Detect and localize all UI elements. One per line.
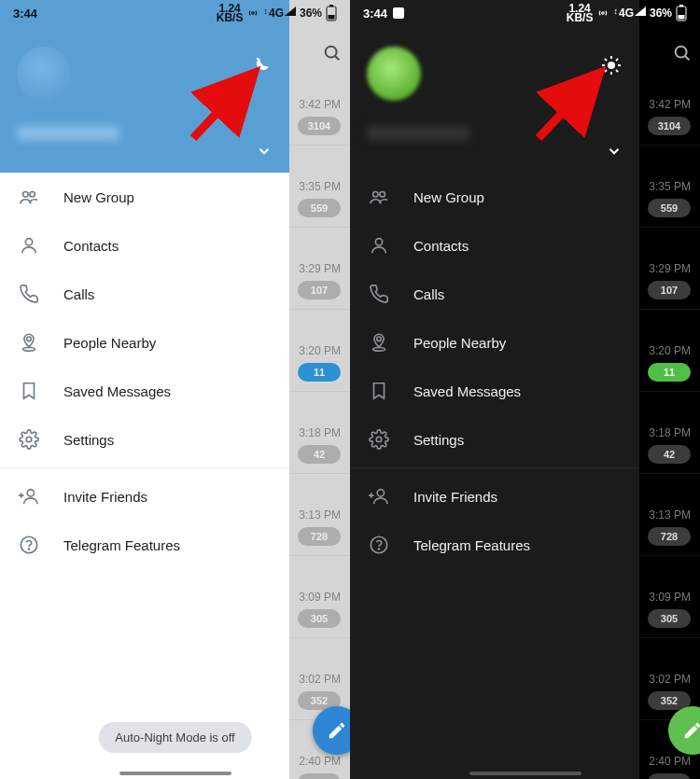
battery-pct: 36% (300, 7, 322, 20)
menu-item-new-group[interactable]: New Group (0, 173, 289, 221)
chat-time: 3:29 PM (299, 262, 341, 275)
svg-point-40 (371, 536, 386, 552)
chat-time: 3:20 PM (299, 344, 341, 357)
settings-icon (19, 429, 39, 450)
nav-handle[interactable] (119, 772, 231, 775)
chat-time: 3:42 PM (649, 98, 691, 111)
menu-item-people-nearby[interactable]: People Nearby (350, 318, 639, 367)
menu-label: Invite Friends (63, 489, 147, 505)
svg-point-37 (373, 348, 385, 352)
chat-badge: 559 (298, 199, 341, 217)
svg-point-15 (28, 549, 29, 549)
chat-badge: 728 (298, 527, 341, 546)
user-name-blurred (367, 126, 469, 141)
menu-list: New GroupContactsCallsPeople NearbySaved… (0, 173, 289, 779)
hotspot-icon (246, 7, 259, 20)
menu-item-invite-friends[interactable]: Invite Friends (0, 472, 289, 521)
svg-point-10 (27, 337, 32, 341)
chat-time: 3:18 PM (299, 426, 341, 439)
menu-label: Settings (63, 432, 114, 448)
new-group-icon (369, 187, 389, 207)
menu-item-contacts[interactable]: Contacts (0, 221, 289, 270)
contacts-icon (369, 235, 389, 256)
menu-label: Contacts (63, 238, 119, 254)
pencil-icon (327, 720, 347, 741)
screenshot-icon (393, 7, 404, 19)
people-nearby-icon (19, 332, 39, 353)
menu-item-new-group[interactable]: New Group (350, 173, 639, 221)
annotation-arrow (527, 65, 611, 149)
menu-item-settings[interactable]: Settings (350, 415, 639, 464)
chat-badge: 354 (648, 773, 691, 779)
menu-item-saved-messages[interactable]: Saved Messages (0, 367, 289, 415)
svg-point-11 (23, 348, 35, 352)
chat-badge: 107 (648, 281, 691, 299)
menu-item-people-nearby[interactable]: People Nearby (0, 318, 289, 367)
chat-time: 3:35 PM (649, 180, 691, 193)
avatar[interactable] (17, 47, 71, 101)
svg-point-0 (252, 12, 254, 14)
menu-item-calls[interactable]: Calls (350, 270, 639, 318)
svg-point-9 (25, 239, 32, 245)
battery-icon (326, 5, 337, 21)
menu-item-invite-friends[interactable]: Invite Friends (350, 472, 639, 521)
menu-label: Calls (413, 286, 444, 302)
menu-label: Contacts (413, 238, 469, 254)
menu-label: People Nearby (63, 335, 156, 351)
svg-point-12 (26, 437, 32, 442)
saved-messages-icon (369, 381, 389, 401)
chat-badge: 559 (648, 199, 691, 217)
chat-time: 3:09 PM (649, 591, 691, 604)
battery-icon (676, 5, 687, 21)
divider (350, 467, 639, 468)
svg-line-17 (193, 78, 249, 138)
chat-time: 3:29 PM (649, 262, 691, 275)
svg-rect-3 (329, 15, 335, 20)
chat-time: 2:40 PM (299, 755, 341, 768)
chat-badge: 728 (648, 527, 691, 546)
chat-time: 3:18 PM (649, 426, 691, 439)
svg-point-22 (676, 47, 687, 58)
chat-time: 3:20 PM (649, 344, 691, 357)
data-speed: 1.24KB/S (217, 4, 244, 22)
contacts-icon (19, 235, 39, 256)
svg-line-32 (616, 59, 618, 61)
menu-label: Settings (413, 432, 464, 448)
svg-point-8 (30, 192, 35, 198)
chat-badge: 3104 (298, 117, 341, 135)
menu-item-calls[interactable]: Calls (0, 270, 289, 318)
svg-rect-20 (679, 5, 683, 7)
svg-rect-2 (329, 5, 333, 7)
chat-time: 3:35 PM (299, 180, 341, 193)
avatar[interactable] (367, 47, 421, 101)
svg-point-36 (377, 337, 382, 341)
svg-line-5 (335, 56, 339, 60)
search-icon[interactable] (322, 43, 343, 63)
svg-point-38 (376, 437, 382, 442)
chat-time: 3:02 PM (299, 673, 341, 686)
menu-label: People Nearby (413, 335, 506, 351)
svg-point-7 (23, 192, 28, 198)
menu-item-telegram-features[interactable]: Telegram Features (350, 521, 639, 569)
svg-line-43 (539, 78, 595, 138)
menu-list: New GroupContactsCallsPeople NearbySaved… (350, 173, 639, 779)
svg-point-33 (373, 192, 379, 198)
menu-item-contacts[interactable]: Contacts (350, 221, 639, 270)
menu-item-settings[interactable]: Settings (0, 415, 289, 464)
calls-icon (369, 284, 389, 304)
menu-label: Saved Messages (413, 383, 521, 399)
invite-friends-icon (369, 486, 389, 507)
svg-line-30 (616, 70, 618, 72)
menu-item-saved-messages[interactable]: Saved Messages (350, 367, 639, 415)
chat-badge: 11 (648, 363, 691, 382)
menu-item-telegram-features[interactable]: Telegram Features (0, 521, 289, 569)
user-name-blurred (17, 126, 119, 141)
chat-badge: 3104 (648, 117, 691, 135)
svg-point-14 (21, 536, 36, 552)
nav-handle[interactable] (469, 772, 581, 775)
settings-icon (369, 429, 389, 450)
divider (0, 467, 289, 468)
svg-point-18 (602, 12, 604, 14)
search-icon[interactable] (672, 43, 693, 63)
chat-time: 3:02 PM (649, 673, 691, 686)
